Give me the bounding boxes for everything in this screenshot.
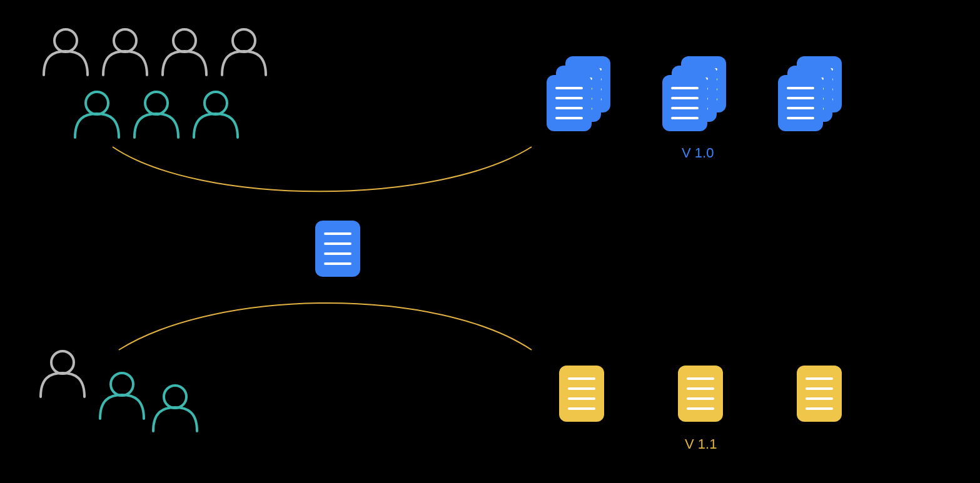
documents-v1-1	[559, 366, 842, 422]
document-icon	[678, 366, 723, 422]
person-icon	[41, 351, 84, 397]
person-icon	[222, 29, 266, 75]
version-label-1-0: V 1.0	[682, 145, 714, 161]
arc-bottom	[119, 303, 532, 350]
document-stack-icon	[778, 56, 842, 131]
person-icon	[163, 29, 206, 75]
people-group-top	[44, 29, 266, 137]
person-icon	[44, 29, 88, 75]
document-stack-icon	[547, 56, 610, 131]
people-bottom-teal	[100, 373, 197, 431]
document-icon	[559, 366, 604, 422]
person-icon	[194, 92, 238, 137]
document-stack-icon	[662, 56, 726, 131]
people-row-gray	[44, 29, 266, 75]
document-stacks-v1-0	[547, 56, 842, 131]
person-icon	[103, 29, 147, 75]
person-icon	[134, 92, 178, 137]
document-icon	[797, 366, 842, 422]
person-icon	[100, 373, 144, 419]
arc-top	[113, 147, 532, 191]
version-label-1-1: V 1.1	[685, 436, 717, 452]
person-icon	[75, 92, 119, 137]
people-bottom-gray	[41, 351, 84, 397]
diagram-canvas	[0, 0, 980, 483]
person-icon	[153, 386, 197, 431]
document-center	[315, 221, 360, 277]
people-group-bottom	[41, 351, 197, 431]
people-row-teal	[75, 92, 238, 137]
